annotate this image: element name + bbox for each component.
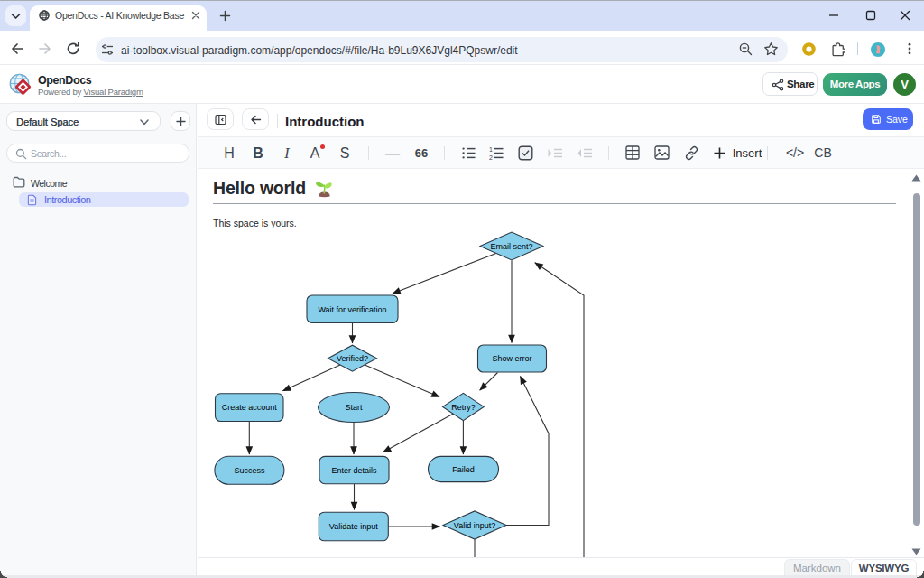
svg-text:Retry?: Retry? [451,403,476,412]
svg-text:Valid input?: Valid input? [454,521,495,530]
svg-text:Wait for verification: Wait for verification [318,305,386,314]
svg-text:Success: Success [234,466,265,475]
svg-text:Create account: Create account [222,403,278,412]
svg-text:Verified?: Verified? [337,354,368,363]
svg-text:Email sent?: Email sent? [490,242,532,251]
svg-text:2: 2 [489,154,493,161]
svg-text:Enter details: Enter details [331,466,377,475]
svg-text:Failed: Failed [452,465,475,474]
svg-text:Validate input: Validate input [329,522,378,531]
svg-text:Show error: Show error [492,354,531,363]
svg-text:Start: Start [345,403,363,412]
svg-text:1: 1 [489,146,493,153]
